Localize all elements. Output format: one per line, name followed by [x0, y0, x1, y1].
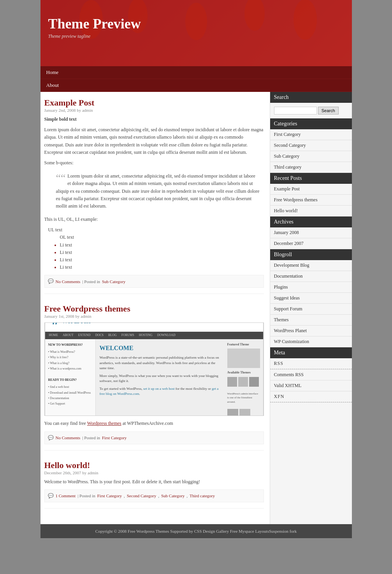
- post-ol-text: OL text: [60, 234, 264, 241]
- sidebar-search-section: Search Search: [270, 92, 352, 118]
- archive-dec-2007[interactable]: December 2007: [270, 238, 352, 249]
- cat-link-third-category[interactable]: Third category: [190, 493, 215, 498]
- blogroll-dev-blog[interactable]: Development Blog: [270, 260, 352, 271]
- recent-post-free-themes[interactable]: Free Wordpress themes: [270, 195, 352, 206]
- meta-rss[interactable]: RSS: [270, 358, 352, 370]
- list-item: Li text: [60, 264, 264, 271]
- nav-item-home[interactable]: Home: [40, 66, 352, 79]
- archive-jan-2008[interactable]: January 2008: [270, 227, 352, 238]
- cat-link-first-category[interactable]: First Category: [97, 493, 122, 498]
- main-nav: Home About: [40, 66, 352, 92]
- sidebar-search-title: Search: [270, 92, 352, 103]
- blogroll-wp-planet[interactable]: WordPress Planet: [270, 326, 352, 336]
- blogroll-suggest-ideas[interactable]: Suggest Ideas: [270, 293, 352, 304]
- post-title-wp-themes: Free Wordpress themes: [44, 304, 264, 314]
- category-link-subcategory[interactable]: Sub Category: [102, 279, 125, 284]
- sidebar-categories-title: Categories: [270, 118, 352, 129]
- post-li-list: Li text Li text Li text Li text: [60, 241, 264, 271]
- comment-link[interactable]: 1 Comment: [56, 493, 76, 498]
- categories-list: First Category Second Category Sub Categ…: [270, 129, 352, 173]
- sidebar-archives-title: Archives: [270, 217, 352, 227]
- comment-icon: 💬: [48, 278, 54, 284]
- sidebar-meta-title: Meta: [270, 347, 352, 358]
- recent-post-example[interactable]: Example Post: [270, 184, 352, 195]
- posted-in-label: | Posted in: [82, 279, 100, 284]
- cat-link-sub-category[interactable]: Sub Category: [161, 493, 185, 498]
- sidebar-categories-section: Categories First Category Second Categor…: [270, 118, 352, 173]
- post-meta-example: January 2nd, 2008 by admin: [44, 108, 264, 113]
- post-blockquote: Lorem ipsum dolor sit amet, consectetur …: [52, 171, 264, 212]
- post-wp-themes: Free Wordpress themes January 1st, 2008 …: [44, 304, 264, 450]
- meta-xfn[interactable]: XFN: [270, 391, 352, 403]
- comment-icon: 💬: [48, 435, 54, 441]
- list-item: Li text: [60, 241, 264, 249]
- recent-post-hello-world[interactable]: Hello world!: [270, 206, 352, 217]
- post-ul-text: UL text OL text Li text Li text Li text …: [48, 226, 264, 271]
- cat-link-second-category[interactable]: Second Category: [127, 493, 156, 498]
- main-content: Example Post January 2nd, 2008 by admin …: [40, 92, 270, 524]
- sidebar-blogroll-title: Blogroll: [270, 249, 352, 260]
- list-item: Li text: [60, 256, 264, 264]
- site-title: Theme Preview: [48, 16, 344, 32]
- meta-comments-rss[interactable]: Comments RSS: [270, 370, 352, 380]
- post-title-example: Example Post: [44, 98, 264, 108]
- post-footer-wp-themes: 💬 No Comments | Posted in First Category: [44, 431, 264, 444]
- blogroll-support-forum[interactable]: Support Forum: [270, 304, 352, 315]
- site-footer: Copyright © 2008 Free Wordpress Themes S…: [40, 524, 352, 538]
- search-button[interactable]: Search: [318, 107, 339, 114]
- blogroll-plugins[interactable]: Plugins: [270, 282, 352, 293]
- post-body-hello-world: Welcome to WordPress. This is your first…: [44, 478, 264, 486]
- category-link-first[interactable]: First Category: [102, 435, 127, 440]
- sidebar-blogroll-section: Blogroll Development Blog Documentation …: [270, 249, 352, 347]
- wp-screenshot-image: 𝑾 WordPress HOME ABOUT EXTEND DOCS BLOG …: [44, 322, 264, 416]
- no-comments-link[interactable]: No Comments: [56, 279, 81, 284]
- post-content-hello-world: Welcome to WordPress. This is your first…: [44, 478, 264, 486]
- meta-list: RSS Comments RSS Valid XHTML XFN: [270, 358, 352, 403]
- post-list-intro: This is UL, OL, LI example:: [44, 216, 264, 223]
- footer-text: Copyright © 2008 Free Wordpress Themes S…: [95, 529, 297, 534]
- posted-in-label-2: | Posted in: [82, 435, 100, 440]
- list-item: Li text: [60, 249, 264, 256]
- post-content-wp-themes: 𝑾 WordPress HOME ABOUT EXTEND DOCS BLOG …: [44, 322, 264, 427]
- sidebar-recent-posts-title: Recent Posts: [270, 173, 352, 184]
- category-item-sub[interactable]: Sub Category: [270, 151, 352, 162]
- post-content-example: Simple bold text Lorem ipsum dolor sit a…: [44, 116, 264, 271]
- post-title-hello-world: Hello world!: [44, 460, 264, 470]
- sidebar-archives-section: Archives January 2008 December 2007: [270, 217, 352, 249]
- post-footer-example: 💬 No Comments | Posted in Sub Category: [44, 275, 264, 288]
- sidebar-meta-section: Meta RSS Comments RSS Valid XHTML XFN: [270, 347, 352, 403]
- site-header: Theme Preview Theme preview tagline: [40, 0, 352, 66]
- category-item-first[interactable]: First Category: [270, 129, 352, 140]
- post-hello-world: Hello world! December 26th, 2007 by admi…: [44, 460, 264, 509]
- search-form: Search: [270, 103, 352, 118]
- post-list-section: This is UL, OL, LI example: UL text OL t…: [44, 216, 264, 271]
- search-input[interactable]: [274, 107, 317, 114]
- post-meta-wp-themes: January 1st, 2008 by admin: [44, 314, 264, 319]
- blogroll-list: Development Blog Documentation Plugins S…: [270, 260, 352, 347]
- sidebar: Search Search Categories First Category …: [270, 92, 352, 524]
- archives-list: January 2008 December 2007: [270, 227, 352, 249]
- blogroll-wp-customization[interactable]: WP Customization: [270, 336, 352, 347]
- category-item-third[interactable]: Third category: [270, 162, 352, 173]
- recent-posts-list: Example Post Free Wordpress themes Hello…: [270, 184, 352, 217]
- blogroll-themes[interactable]: Themes: [270, 315, 352, 326]
- wp-themes-body: You can easy find free Wordpress themes …: [44, 420, 264, 427]
- post-bold-text: Simple bold text: [44, 116, 264, 123]
- meta-valid-xhtml[interactable]: Valid XHTML: [270, 380, 352, 391]
- post-body-example: Lorem ipsum dolor sit amet, consectetur …: [44, 126, 264, 156]
- nav-item-about[interactable]: About: [40, 79, 352, 92]
- post-blockquote-intro: Some b-quotes:: [44, 159, 264, 167]
- comment-icon-3: 💬: [48, 493, 54, 499]
- site-tagline: Theme preview tagline: [48, 33, 344, 39]
- sidebar-recent-posts-section: Recent Posts Example Post Free Wordpress…: [270, 173, 352, 217]
- post-footer-hello-world: 💬 1 Comment | Posted in First Category ,…: [44, 489, 264, 502]
- no-comments-link-2[interactable]: No Comments: [56, 435, 81, 440]
- wp-themes-link[interactable]: Wordpress themes: [87, 421, 121, 426]
- posted-in-label-3: | Posted in: [77, 493, 95, 498]
- post-meta-hello-world: December 26th, 2007 by admin: [44, 470, 264, 475]
- category-item-second[interactable]: Second Category: [270, 140, 352, 151]
- blogroll-documentation[interactable]: Documentation: [270, 271, 352, 282]
- post-example: Example Post January 2nd, 2008 by admin …: [44, 98, 264, 294]
